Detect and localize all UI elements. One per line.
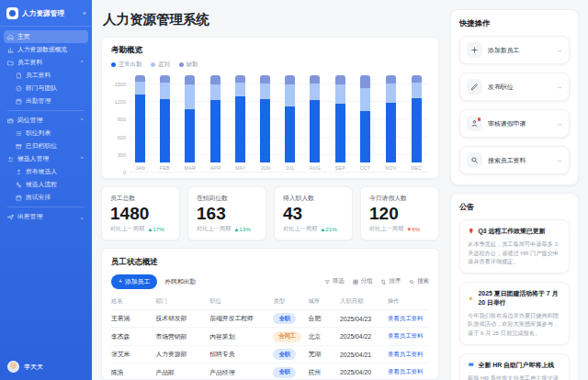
pin-icon [468,228,475,235]
quick-action-2[interactable]: 审核请假申请→ [459,109,570,138]
stacked-bar[interactable] [285,74,295,162]
table-control-3[interactable]: 搜索 [409,277,429,285]
bar-segment [260,75,270,84]
view-profile-link[interactable]: 查看员工资料 [388,368,429,376]
tab-external-attendance[interactable]: 外聘和出勤 [164,277,196,286]
sidebar-collapse-icon[interactable]: « [83,10,86,17]
stacked-bar[interactable] [185,74,195,162]
x-tick-label: NOV [385,165,396,171]
stacked-bar[interactable] [386,74,396,162]
view-profile-link[interactable]: 查看员工资料 [388,351,429,359]
bar-segment [235,83,245,96]
announcement-0[interactable]: Q3 远程工作政策已更新从本季度起，员工每周可申请最多 3 天远程办公，请通过 … [459,219,570,274]
sidebar-item-6[interactable]: 岗位管理⌃ [4,114,88,127]
bar-column: DEC [411,74,422,173]
cell-date: 2025/04/22 [340,333,388,340]
sidebar-item-7[interactable]: 职位列表 [4,127,88,140]
quick-action-0[interactable]: 添加新员工→ [459,36,570,64]
quick-actions-panel: 快捷操作 添加新员工→发布职位→审核请假申请→搜索员工资料→ [450,9,579,185]
sidebar-item-2[interactable]: 员工资料⌃ [4,56,88,69]
type-badge: 全职 [273,313,295,324]
column-header[interactable]: 操作 [388,297,429,306]
chevron-up-icon: ⌃ [79,60,85,66]
plus-icon: + [119,278,122,285]
bar-column: OCT [360,74,371,173]
column-header[interactable]: 类型 [273,297,308,306]
stacked-bar[interactable] [210,74,220,162]
cell-dept: 技术研发部 [155,314,209,323]
stacked-bar[interactable] [310,74,320,162]
bar-column: SEP [335,74,345,173]
chevron-up-icon: ⌃ [79,156,85,162]
announcements-panel: 公告 Q3 远程工作政策已更新从本季度起，员工每周可申请最多 3 天远程办公，请… [450,193,579,380]
sidebar-item-0[interactable]: 主页 [4,30,88,43]
bar-column: MAY [235,74,246,173]
stacked-bar[interactable] [160,74,170,162]
sidebar-item-4[interactable]: 部门与团队 [4,82,88,95]
bar-column: APR [210,74,221,173]
bar-column: JUL [285,74,295,173]
table-control-1[interactable]: 分组 [353,277,373,285]
sidebar-item-5[interactable]: 出勤管理 [4,95,88,107]
bar-column: NOV [385,74,396,173]
bar-segment [235,75,245,83]
stacked-bar[interactable] [412,74,422,162]
sidebar-item-3[interactable]: 员工资料 [4,69,88,82]
table-row[interactable]: 张艾米人力资源部招聘专员全职芜湖2025/04/21查看员工资料 [111,346,429,364]
column-header[interactable]: 入职日期 [340,297,388,306]
column-header[interactable]: 姓名 [111,297,155,306]
bar-column: AUG [310,74,321,173]
sidebar: 人力资源管理 « 主页人力资源数据概览员工资料⌃员工资料部门与团队出勤管理岗位管… [0,0,92,380]
sidebar-item-11[interactable]: 候选人流程 [4,178,88,191]
sidebar-item-13[interactable]: 出差管理⌄ [4,210,88,223]
column-header[interactable]: 城市 [308,297,340,306]
table-row[interactable]: 陈浩产品部产品经理全职杭州2025/04/20查看员工资料 [111,363,429,380]
stacked-bar[interactable] [260,74,270,162]
table-control-2[interactable]: 排序 [380,277,401,285]
chart-legend: 正常出勤迟到缺勤 [111,61,429,69]
archive-icon [16,143,22,150]
view-profile-link[interactable]: 查看员工资料 [388,315,429,323]
sidebar-user[interactable]: 李天天 [0,353,92,380]
briefcase-icon [7,117,14,124]
doc-icon [16,73,22,79]
stacked-bar[interactable] [335,74,345,162]
column-header[interactable]: 部门 [155,297,209,306]
column-header[interactable]: 职位 [209,297,273,306]
cell-type: 全职 [273,367,308,378]
bar-column: FEB [160,74,170,173]
quick-action-3[interactable]: 搜索员工资料→ [459,146,570,174]
cell-type: 全职 [273,313,308,324]
announcement-2[interactable]: 全新 HR 自助门户即将上线新版 HR 系统将支持员工自主提交请假申请、更新个人… [459,353,570,380]
quick-action-1[interactable]: 发布职位→ [459,73,570,101]
bar-segment [310,84,320,100]
cell-name: 陈浩 [111,368,155,377]
bar-segment [412,98,422,162]
stacked-bar[interactable] [360,74,370,162]
cell-position: 招聘专员 [209,350,273,359]
delta-up: ▲21% [320,226,337,232]
bar-column: JUN [260,74,270,173]
add-employee-button[interactable]: +添加员工 [111,274,157,289]
table-row[interactable]: 王若涵技术研发部前端开发工程师全职合肥2025/04/23查看员工资料 [111,310,429,329]
table-control-0[interactable]: 筛选 [324,277,345,285]
bar-segment [310,75,320,84]
sidebar-item-8[interactable]: 已归档职位 [4,140,88,152]
attendance-chart-card: 考勤概览 正常出勤迟到缺勤 030060090012001500JANFEBMA… [101,37,439,179]
table-controls: 筛选分组排序搜索 [324,277,429,285]
announcement-1[interactable]: 2025 夏日团建活动将于 7 月 20 日举行今年我们将在海边举办夏日烧烤和团… [459,282,570,345]
user-name: 李天天 [24,363,43,372]
bar-segment [210,84,220,100]
sidebar-item-1[interactable]: 人力资源数据概览 [4,43,88,56]
stacked-bar[interactable] [235,74,245,162]
y-tick-label: 0 [123,170,126,175]
bar-segment [185,109,195,162]
x-tick-label: JAN [135,165,145,171]
sidebar-item-12[interactable]: 面试安排 [4,191,88,204]
stacked-bar[interactable] [135,74,145,162]
bar-column: MAR [185,74,196,173]
view-profile-link[interactable]: 查看员工资料 [388,332,429,341]
table-row[interactable]: 李杰森市场营销部内容策划合同工北京2025/04/22查看员工资料 [111,328,429,346]
sidebar-item-10[interactable]: 所有候选人 [4,165,88,178]
sidebar-item-9[interactable]: 候选人管理⌃ [4,152,88,165]
